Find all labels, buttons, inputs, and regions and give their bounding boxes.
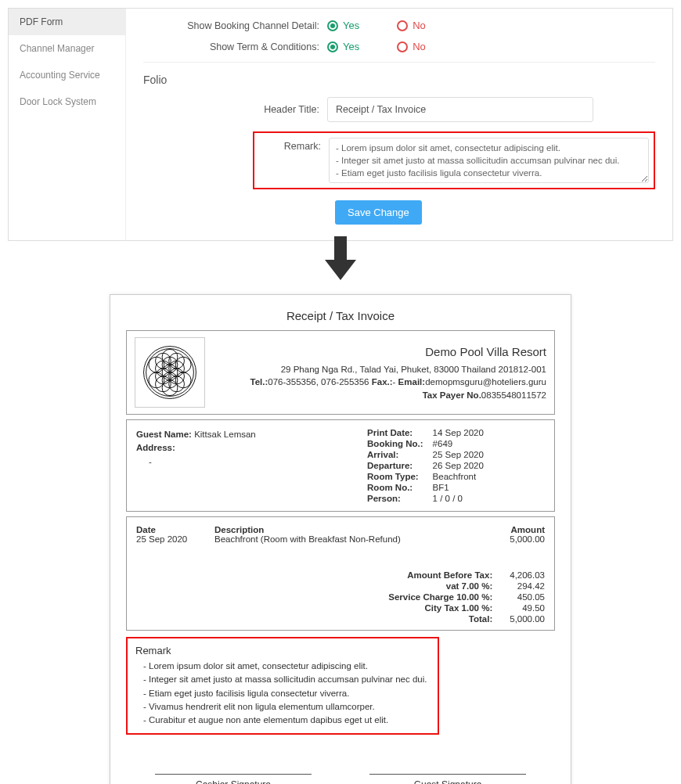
sidebar-item-pdf-form[interactable]: PDF Form — [9, 9, 125, 35]
settings-panel: PDF Form Channel Manager Accounting Serv… — [8, 8, 673, 241]
terms-yes-radio[interactable]: Yes — [327, 41, 359, 52]
guest-signature: Guest Signature — [369, 774, 526, 784]
header-title-label: Header Title: — [143, 104, 327, 115]
company-name: Demo Pool Villa Resort — [213, 343, 546, 360]
folio-section-title: Folio — [143, 74, 655, 86]
company-logo — [135, 337, 205, 408]
company-address: 29 Phang Nga Rd., Talad Yai, Phuket, 830… — [213, 363, 546, 376]
remark-heading: Remark — [135, 645, 430, 656]
line-item-row: 25 Sep 2020 Beachfront (Room with Breakf… — [136, 534, 545, 544]
remark-textarea[interactable] — [329, 138, 649, 183]
invoice-header-box: Demo Pool Villa Resort 29 Phang Nga Rd.,… — [126, 330, 555, 415]
main-form: Show Booking Channel Detail: Yes No Show… — [126, 9, 672, 240]
cashier-signature: Cashier Signature — [155, 774, 312, 784]
divider — [143, 62, 655, 63]
booking-channel-yes-radio[interactable]: Yes — [327, 20, 359, 31]
col-amount-header: Amount — [474, 525, 545, 534]
col-date-header: Date — [136, 525, 214, 534]
col-desc-header: Description — [214, 525, 474, 534]
guest-info-box: Guest Name: Kittsak Lemsan Address: - Pr… — [126, 419, 555, 512]
remark-row-highlight: Remark: — [253, 131, 655, 189]
line-items-box: Date Description Amount 25 Sep 2020 Beac… — [126, 516, 555, 631]
booking-channel-no-radio[interactable]: No — [397, 20, 426, 31]
save-change-button[interactable]: Save Change — [335, 200, 422, 225]
sidebar-item-door-lock-system[interactable]: Door Lock System — [9, 88, 125, 115]
terms-label: Show Term & Conditions: — [143, 41, 327, 52]
totals-block: Amount Before Tax:4,206.03 vat 7.00 %:29… — [333, 570, 545, 624]
arrow-down-icon — [8, 236, 673, 283]
svg-marker-0 — [325, 236, 356, 280]
remark-label: Remark: — [254, 138, 329, 152]
flower-of-life-icon — [140, 343, 200, 402]
header-title-input[interactable] — [327, 97, 593, 122]
sidebar-item-channel-manager[interactable]: Channel Manager — [9, 35, 125, 62]
invoice-preview: Receipt / Tax Invoice — [110, 294, 571, 784]
terms-no-radio[interactable]: No — [397, 41, 426, 52]
booking-channel-label: Show Booking Channel Detail: — [143, 20, 327, 31]
invoice-title: Receipt / Tax Invoice — [126, 309, 555, 322]
invoice-remark-highlight: Remark - Lorem ipsum dolor sit amet, con… — [126, 637, 439, 735]
sidebar: PDF Form Channel Manager Accounting Serv… — [9, 9, 126, 240]
sidebar-item-accounting-service[interactable]: Accounting Service — [9, 62, 125, 88]
